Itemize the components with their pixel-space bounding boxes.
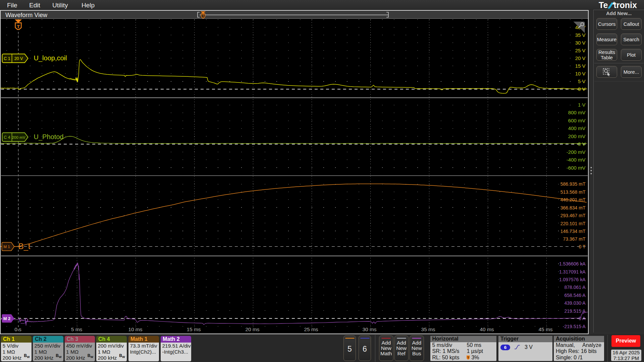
- svg-text:T: T: [202, 14, 204, 18]
- svg-text:200 mV: 200 mV: [568, 133, 586, 139]
- svg-text:200 mV: 200 mV: [12, 135, 25, 139]
- svg-text:658.546 A: 658.546 A: [564, 293, 586, 298]
- svg-text:219.515 A: 219.515 A: [564, 308, 586, 314]
- svg-text:366.834 mT: 366.834 mT: [560, 205, 586, 210]
- svg-text:439.030 A: 439.030 A: [564, 300, 586, 306]
- svg-text:10 ms: 10 ms: [128, 326, 142, 332]
- svg-text:1.536606 kA: 1.536606 kA: [559, 261, 586, 266]
- svg-text:0 s: 0 s: [14, 326, 21, 332]
- svg-text:-600 mV: -600 mV: [567, 165, 586, 171]
- svg-text:35 ms: 35 ms: [421, 326, 435, 332]
- svg-text:30 ms: 30 ms: [362, 326, 376, 332]
- svg-text:tronix: tronix: [614, 0, 637, 10]
- svg-text:U_Photod: U_Photod: [34, 133, 64, 141]
- svg-text:5 ms: 5 ms: [71, 326, 83, 332]
- svg-text:0 V: 0 V: [578, 86, 586, 92]
- svg-text:0 V: 0 V: [578, 141, 586, 147]
- svg-text:T: T: [17, 24, 20, 29]
- svg-text:45 ms: 45 ms: [538, 326, 552, 332]
- svg-text:-219.515 A: -219.515 A: [563, 324, 586, 329]
- svg-text:220.101 mT: 220.101 mT: [560, 221, 586, 226]
- svg-text:30 V: 30 V: [575, 40, 586, 46]
- svg-text:15 ms: 15 ms: [186, 326, 201, 332]
- svg-text:600 mV: 600 mV: [568, 118, 586, 123]
- svg-text:0 T: 0 T: [579, 244, 586, 249]
- svg-text:-200 mV: -200 mV: [567, 149, 586, 155]
- svg-text:1 V: 1 V: [578, 102, 586, 108]
- svg-text:878.061 A: 878.061 A: [564, 285, 586, 290]
- svg-text:20 V: 20 V: [575, 55, 586, 61]
- svg-text:10 V: 10 V: [575, 71, 586, 76]
- svg-text:1.097576 kA: 1.097576 kA: [559, 277, 586, 282]
- svg-text:73.367 mT: 73.367 mT: [563, 236, 586, 242]
- svg-text:Te: Te: [599, 0, 608, 10]
- svg-text:35 V: 35 V: [575, 32, 586, 38]
- svg-text:-400 mV: -400 mV: [567, 157, 586, 163]
- svg-text:I_p: I_p: [19, 316, 29, 324]
- svg-text:C 4: C 4: [4, 135, 10, 140]
- svg-text:1.317091 kA: 1.317091 kA: [559, 269, 586, 275]
- svg-text:T: T: [467, 356, 469, 359]
- svg-text:440.201 mT: 440.201 mT: [560, 197, 586, 202]
- svg-text:0 A: 0 A: [579, 316, 586, 321]
- svg-text:U_loop,coil: U_loop,coil: [34, 54, 67, 62]
- svg-text:15 V: 15 V: [575, 63, 586, 69]
- svg-text:40 ms: 40 ms: [480, 326, 494, 332]
- svg-text:M 1: M 1: [3, 245, 10, 249]
- svg-text:C 1: C 1: [4, 56, 10, 61]
- svg-text:B_t: B_t: [18, 242, 31, 251]
- svg-text:25 V: 25 V: [575, 48, 586, 53]
- svg-text:M 2: M 2: [3, 316, 11, 321]
- svg-text:293.467 mT: 293.467 mT: [560, 213, 586, 218]
- svg-text:400 mV: 400 mV: [568, 125, 586, 131]
- svg-text:5 V: 5 V: [578, 78, 586, 84]
- svg-text:146.734 mT: 146.734 mT: [560, 229, 586, 234]
- svg-text:586.935 mT: 586.935 mT: [560, 181, 586, 187]
- svg-text:20 V: 20 V: [14, 56, 23, 61]
- svg-text:20 ms: 20 ms: [245, 326, 259, 332]
- svg-text:800 mV: 800 mV: [568, 110, 586, 115]
- svg-text:513.568 mT: 513.568 mT: [560, 189, 586, 195]
- svg-text:25 ms: 25 ms: [304, 326, 318, 332]
